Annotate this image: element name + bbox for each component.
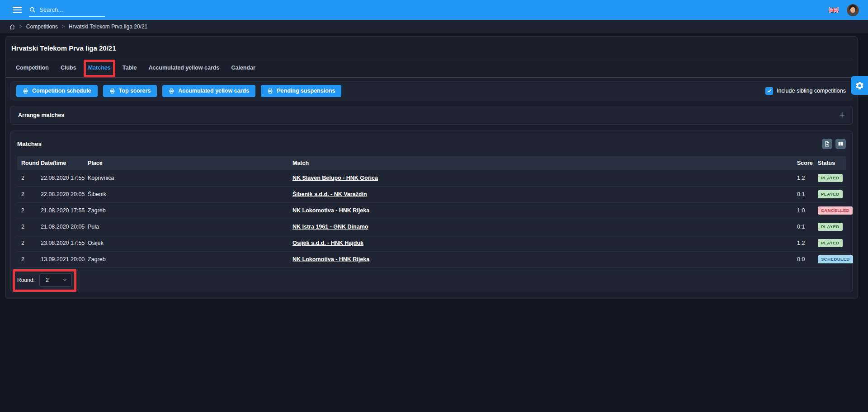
table-row: 221.08.2020 17:55ZagrebNK Lokomotiva - H… (17, 202, 846, 219)
cell-score: 0:0 (797, 251, 818, 267)
top-scorers-button[interactable]: Top scorers (103, 85, 157, 97)
status-badge: PLAYED (818, 239, 843, 247)
expand-plus-icon[interactable]: + (839, 111, 845, 120)
cell-match: NK Slaven Belupo - HNK Gorica (292, 170, 797, 186)
tab-table[interactable]: Table (123, 65, 137, 71)
round-filter-row: Round: 2 (17, 272, 846, 288)
report-buttons: Competition scheduleTop scorersAccumulat… (16, 85, 341, 97)
cell-score: 0:1 (797, 186, 818, 202)
arrange-matches-title: Arrange matches (18, 112, 64, 118)
cell-round: 2 (17, 251, 41, 267)
cell-score: 0:1 (797, 219, 818, 235)
match-link[interactable]: NK Istra 1961 - GNK Dinamo (292, 224, 368, 230)
cell-datetime: 23.08.2020 17:55 (41, 235, 88, 251)
match-link[interactable]: Osijek s.d.d. - HNK Hajduk (292, 240, 363, 246)
cell-match: Šibenik s.d.d. - NK Varaždin (292, 186, 797, 202)
chevron-down-icon (62, 277, 68, 283)
status-badge: CANCELLED (818, 206, 853, 215)
tab-bar: CompetitionClubsMatchesTableAccumulated … (6, 58, 857, 78)
user-avatar[interactable] (847, 4, 859, 16)
tab-matches[interactable]: Matches (88, 65, 111, 71)
cell-datetime: 21.08.2020 20:05 (41, 219, 88, 235)
status-badge: PLAYED (818, 174, 843, 182)
topbar-right (829, 4, 859, 16)
round-select[interactable]: 2 (39, 273, 72, 287)
cell-place: Šibenik (88, 186, 292, 202)
columns-icon (838, 141, 844, 147)
printer-icon (267, 88, 273, 94)
search-icon (29, 6, 36, 13)
tab-clubs[interactable]: Clubs (61, 65, 76, 71)
table-row: 222.08.2020 20:05ŠibenikŠibenik s.d.d. -… (17, 186, 846, 202)
round-filter-group: Round: 2 (17, 272, 72, 288)
cell-match: NK Lokomotiva - HNK Rijeka (292, 202, 797, 219)
status-badge: PLAYED (818, 223, 843, 231)
cell-place: Zagreb (88, 251, 292, 267)
breadcrumb: > Competitions > Hrvatski Telekom Prva l… (0, 20, 868, 33)
cell-status: SCHEDULED (818, 251, 846, 267)
topbar (0, 0, 868, 20)
accumulated-yellow-cards-button[interactable]: Accumulated yellow cards (162, 85, 255, 97)
cell-round: 2 (17, 235, 41, 251)
column-header-score: Score (797, 156, 818, 170)
tab-calendar[interactable]: Calendar (231, 65, 255, 71)
cell-round: 2 (17, 170, 41, 186)
column-header-date-time: Date/time (41, 156, 88, 170)
table-row: 221.08.2020 20:05PulaNK Istra 1961 - GNK… (17, 219, 846, 235)
matches-panel-header: Matches (17, 131, 846, 156)
cell-score: 1:0 (797, 202, 818, 219)
column-header-round: Round (17, 156, 41, 170)
breadcrumb-item-competitions[interactable]: Competitions (26, 23, 58, 30)
cell-datetime: 22.08.2020 20:05 (41, 186, 88, 202)
cell-place: Pula (88, 219, 292, 235)
cell-match: NK Istra 1961 - GNK Dinamo (292, 219, 797, 235)
tab-accumulated-yellow-cards[interactable]: Accumulated yellow cards (148, 65, 219, 71)
gear-icon (855, 81, 864, 90)
round-select-value: 2 (46, 276, 49, 283)
page-title: Hrvatski Telekom Prva liga 20/21 (6, 37, 857, 53)
match-link[interactable]: Šibenik s.d.d. - NK Varaždin (292, 191, 367, 197)
cell-datetime: 13.09.2021 20:00 (41, 251, 88, 267)
arrange-matches-panel[interactable]: Arrange matches + (10, 106, 853, 125)
match-link[interactable]: NK Lokomotiva - HNK Rijeka (292, 256, 369, 262)
search-input[interactable] (39, 6, 94, 13)
table-row: 222.08.2020 17:55KoprivnicaNK Slaven Bel… (17, 170, 846, 186)
cell-status: PLAYED (818, 170, 846, 186)
status-badge: PLAYED (818, 190, 843, 198)
cell-datetime: 22.08.2020 17:55 (41, 170, 88, 186)
column-header-match: Match (292, 156, 797, 170)
competition-card: Hrvatski Telekom Prva liga 20/21 Competi… (5, 36, 858, 299)
tab-competition[interactable]: Competition (16, 65, 49, 71)
columns-button[interactable] (835, 139, 846, 149)
cell-match: NK Lokomotiva - HNK Rijeka (292, 251, 797, 267)
pending-suspensions-button[interactable]: Pending suspensions (261, 85, 341, 97)
matches-panel: Matches RoundDate/timePlaceMatchScoreSta… (10, 131, 853, 292)
table-header-row: RoundDate/timePlaceMatchScoreStatus (17, 156, 846, 170)
round-label: Round: (17, 277, 35, 283)
home-icon[interactable] (9, 24, 15, 30)
export-file-button[interactable] (822, 139, 832, 149)
matches-table: RoundDate/timePlaceMatchScoreStatus 222.… (17, 156, 846, 268)
report-toolbar: Competition scheduleTop scorersAccumulat… (10, 81, 853, 100)
search-box (29, 3, 105, 17)
cell-round: 2 (17, 219, 41, 235)
cell-place: Osijek (88, 235, 292, 251)
cell-datetime: 21.08.2020 17:55 (41, 202, 88, 219)
printer-icon (109, 88, 115, 94)
breadcrumb-separator: > (62, 24, 65, 29)
matches-title: Matches (17, 140, 42, 147)
menu-icon[interactable] (13, 7, 22, 13)
settings-gear-button[interactable] (851, 76, 868, 95)
status-badge: SCHEDULED (818, 255, 853, 263)
checkbox-check-icon (765, 87, 773, 95)
match-link[interactable]: NK Slaven Belupo - HNK Gorica (292, 175, 378, 181)
match-link[interactable]: NK Lokomotiva - HNK Rijeka (292, 207, 369, 214)
cell-round: 2 (17, 186, 41, 202)
language-flag-icon[interactable] (829, 7, 839, 14)
competition-schedule-button[interactable]: Competition schedule (16, 85, 98, 97)
cell-status: PLAYED (818, 186, 846, 202)
app-root: > Competitions > Hrvatski Telekom Prva l… (0, 0, 868, 412)
breadcrumb-separator: > (19, 24, 22, 29)
table-row: 213.09.2021 20:00ZagrebNK Lokomotiva - H… (17, 251, 846, 267)
include-sibling-competitions-checkbox[interactable]: Include sibling competitions (765, 87, 846, 95)
